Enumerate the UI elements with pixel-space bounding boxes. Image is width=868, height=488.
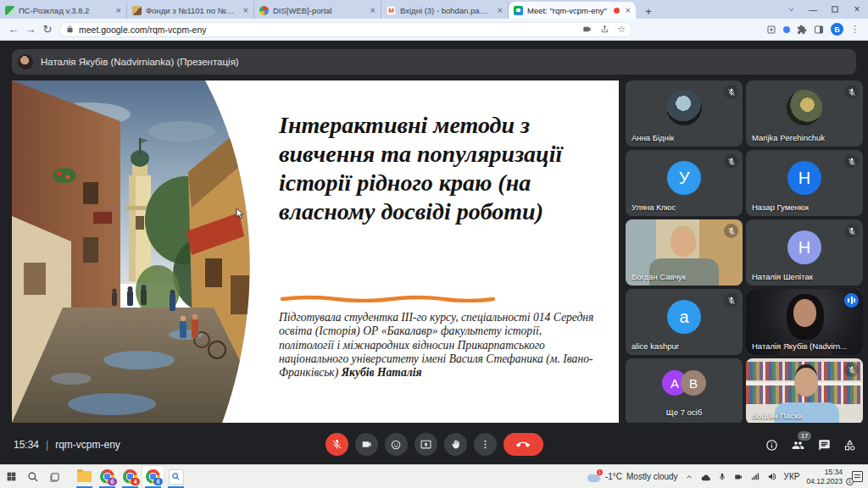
- chrome-profile-1-button[interactable]: б: [96, 465, 119, 488]
- end-call-button[interactable]: [504, 433, 543, 456]
- extension-dot-icon[interactable]: [783, 26, 790, 33]
- mic-muted-icon: [724, 154, 738, 169]
- tab-title: Вхідні (3) - bohdan.paska@pnu..: [400, 6, 492, 15]
- participant-tile-10[interactable]: Богдан Паска: [746, 358, 863, 423]
- camera-tray-icon[interactable]: [733, 473, 743, 481]
- letter-avatar: Н: [787, 230, 821, 264]
- participant-tile-6[interactable]: ННаталія Шепітак: [746, 219, 863, 286]
- meet-app: Наталія Якубів (Nadvirnianka) (Презентац…: [0, 41, 868, 464]
- network-icon[interactable]: [750, 472, 760, 481]
- slide-accent-divider: [280, 295, 496, 302]
- participant-tile-4[interactable]: ННазар Гуменюк: [746, 150, 863, 216]
- maximize-button[interactable]: [824, 0, 846, 19]
- url-text: meet.google.com/rqm-vcpm-eny: [79, 25, 207, 35]
- weather-icon: 1: [587, 472, 601, 482]
- tab-close-icon[interactable]: ×: [498, 5, 503, 15]
- share-icon[interactable]: [600, 25, 609, 34]
- chrome-profile-3-button-active[interactable]: б: [142, 465, 164, 488]
- reactions-button[interactable]: [385, 433, 408, 456]
- browser-tab-strip: ПС-Розклад v.3.8.2×Фонди з №1101 по №120…: [0, 0, 868, 19]
- chrome-profile-2-button[interactable]: 4: [119, 465, 142, 488]
- address-bar[interactable]: meet.google.com/rqm-vcpm-eny ☆: [59, 22, 632, 37]
- activities-icon[interactable]: [843, 439, 856, 452]
- browser-tab-2[interactable]: Фонди з №1101 по №1200 – L×: [127, 2, 254, 19]
- info-icon[interactable]: [765, 439, 778, 452]
- search-app-button[interactable]: [164, 465, 187, 488]
- mouse-cursor: [236, 208, 245, 219]
- close-button[interactable]: ×: [846, 0, 868, 19]
- camera-button[interactable]: [355, 433, 378, 456]
- side-panel-icon[interactable]: [814, 25, 824, 35]
- people-icon[interactable]: 17: [791, 439, 805, 452]
- file-explorer-button[interactable]: [73, 465, 96, 488]
- keyboard-language[interactable]: УКР: [784, 472, 800, 481]
- participant-tile-2[interactable]: Marijka Perehinchuk: [746, 80, 863, 147]
- new-tab-button[interactable]: +: [641, 3, 656, 19]
- participant-tile-8[interactable]: Наталія Якубів (Nadvirn...: [746, 289, 863, 355]
- notification-center-icon[interactable]: 1: [849, 471, 863, 483]
- browser-tab-5[interactable]: Meet: "rqm-vcpm-eny"×: [509, 2, 636, 19]
- tray-clock[interactable]: 15:34 04.12.2023: [806, 468, 843, 485]
- participant-name: Marijka Perehinchuk: [752, 133, 825, 142]
- tab-close-icon[interactable]: ×: [370, 5, 376, 15]
- menu-dots-icon[interactable]: ⋮: [850, 24, 860, 35]
- ps-favicon: [5, 6, 14, 15]
- tab-title: ПС-Розклад v.3.8.2: [19, 6, 110, 15]
- forward-icon[interactable]: →: [22, 21, 39, 38]
- slide-body-text: Підготувала студентка ІІІ-го курсу, спец…: [279, 311, 594, 380]
- minimize-button[interactable]: —: [802, 0, 824, 19]
- weather-widget[interactable]: 1 -1°C Mostly cloudy: [587, 472, 678, 482]
- participant-tile-9[interactable]: АВЩе 7 осіб: [626, 358, 743, 423]
- microphone-off-button[interactable]: [326, 433, 348, 456]
- system-tray: 1 -1°C Mostly cloudy УКР 15:34 04.12.202…: [587, 468, 868, 485]
- mic-muted-icon: [724, 85, 738, 99]
- browser-tab-3[interactable]: DIS[WEB]-portal×: [254, 2, 381, 19]
- present-screen-button[interactable]: [415, 433, 437, 456]
- volume-icon[interactable]: [767, 472, 777, 481]
- participants-grid: Анна БіднікMarijka PerehinchukУУляна Клю…: [626, 80, 863, 423]
- start-button[interactable]: [0, 465, 22, 488]
- lock-icon: [66, 25, 74, 34]
- search-icon[interactable]: [22, 465, 44, 488]
- photo-avatar: [666, 90, 702, 125]
- extensions-puzzle-icon[interactable]: [797, 25, 807, 35]
- participant-tile-7[interactable]: aalice kashpur: [626, 289, 743, 355]
- browser-toolbar: ← → ↻ meet.google.com/rqm-vcpm-eny ☆ Б ⋮: [0, 19, 868, 41]
- pinned-apps: б 4 б: [73, 465, 187, 488]
- fondy-favicon: [132, 6, 142, 15]
- media-camera-icon[interactable]: [581, 25, 593, 34]
- raise-hand-button[interactable]: [444, 433, 467, 456]
- speaking-indicator-icon: [844, 293, 859, 308]
- participant-tile-5[interactable]: Богдан Савчук: [626, 219, 743, 286]
- browser-tab-4[interactable]: MВхідні (3) - bohdan.paska@pnu..×: [381, 2, 509, 19]
- mic-muted-icon: [844, 363, 859, 377]
- tab-close-icon[interactable]: ×: [626, 5, 631, 15]
- back-icon[interactable]: ←: [5, 21, 22, 38]
- weather-desc: Mostly cloudy: [626, 472, 678, 481]
- bookmark-star-icon[interactable]: ☆: [617, 24, 626, 35]
- presenter-avatar: [18, 54, 33, 69]
- task-view-icon[interactable]: [44, 465, 66, 488]
- tab-close-icon[interactable]: ×: [116, 5, 121, 15]
- toolbar-extensions: Б ⋮: [766, 23, 863, 36]
- window-chevron-icon[interactable]: [780, 0, 802, 19]
- window-controls: — ×: [780, 0, 868, 19]
- more-options-button[interactable]: [474, 433, 497, 456]
- chat-icon[interactable]: [818, 439, 831, 452]
- browser-tab-1[interactable]: ПС-Розклад v.3.8.2×: [0, 2, 127, 19]
- reload-icon[interactable]: ↻: [39, 21, 56, 38]
- microphone-tray-icon[interactable]: [718, 472, 726, 482]
- tray-chevron-icon[interactable]: [685, 473, 693, 481]
- participant-name: Наталія Шепітак: [752, 272, 813, 281]
- pin-icon[interactable]: [766, 25, 776, 35]
- letter-avatar: У: [667, 161, 701, 195]
- tab-close-icon[interactable]: ×: [243, 5, 248, 15]
- onedrive-cloud-icon[interactable]: [700, 473, 711, 481]
- participant-tile-1[interactable]: Анна Біднік: [626, 80, 743, 147]
- profile-avatar[interactable]: Б: [831, 23, 843, 36]
- participant-name: Анна Біднік: [632, 133, 674, 142]
- participant-name: Уляна Клюс: [632, 202, 676, 212]
- tab-title: DIS[WEB]-portal: [273, 6, 364, 15]
- participant-tile-3[interactable]: УУляна Клюс: [626, 150, 743, 216]
- dis-favicon: [259, 6, 269, 15]
